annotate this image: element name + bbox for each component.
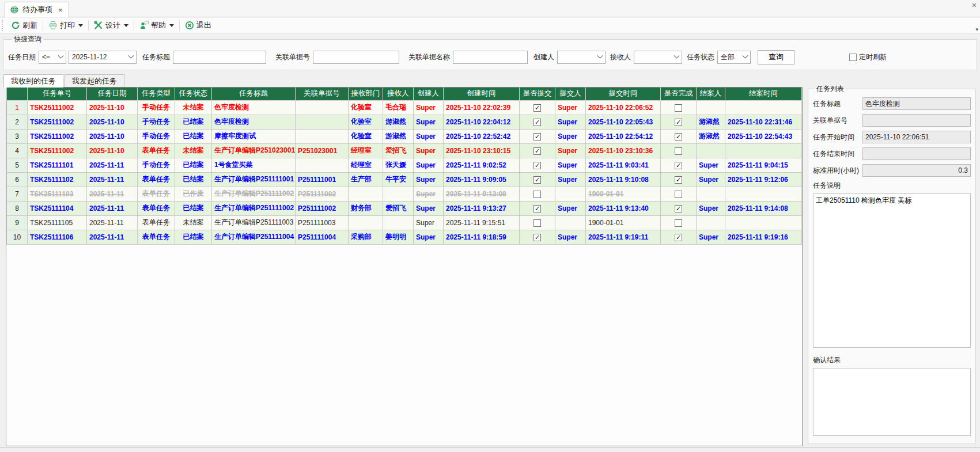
table-row[interactable]: 4TSK251110022025-11-10表单任务未结案生产订单编辑P2510…: [7, 143, 802, 158]
date-operator-select[interactable]: <=: [39, 51, 66, 64]
task-date-select[interactable]: 2025-11-12: [69, 51, 137, 64]
tab-received-tasks[interactable]: 我收到的任务: [3, 74, 63, 88]
auto-refresh-control[interactable]: 定时刷新: [849, 52, 887, 62]
cell: 已结案: [175, 172, 212, 187]
description-textarea[interactable]: 工单25051110 检测色牢度 美标: [813, 193, 971, 348]
cell: TSK25111102: [28, 172, 87, 187]
field-input[interactable]: [862, 114, 971, 127]
table-row[interactable]: 10TSK251111062025-11-11表单任务已结案生产订单编辑P251…: [7, 230, 802, 244]
checkbox-checked[interactable]: ✓: [675, 162, 682, 169]
checkbox-checked[interactable]: ✓: [675, 234, 682, 241]
checkbox-checked[interactable]: ✓: [533, 147, 541, 155]
table-row[interactable]: 7TSK251111032025-11-11表单任务已作废生产订单编辑P2511…: [7, 187, 802, 201]
checkbox-unchecked[interactable]: [675, 104, 682, 112]
field-input[interactable]: [862, 164, 971, 177]
column-header[interactable]: 任务类型: [138, 88, 175, 100]
checkbox-checked[interactable]: ✓: [533, 234, 541, 241]
cell: Super: [555, 143, 586, 158]
checkbox-checked[interactable]: ✓: [675, 133, 682, 140]
table-row[interactable]: 8TSK251111042025-11-11表单任务已结案生产订单编辑P2511…: [7, 201, 802, 215]
dropdown-arrow-icon[interactable]: [169, 24, 174, 27]
cell: [520, 187, 555, 201]
dropdown-arrow-icon[interactable]: [124, 24, 128, 27]
receiver-select[interactable]: [634, 51, 682, 64]
table-row[interactable]: 5TSK251111012025-11-11手动任务已结案1号食堂买菜经理室张天…: [7, 158, 802, 172]
column-header[interactable]: 接收人: [383, 88, 414, 100]
tab-close-icon[interactable]: ×: [58, 6, 63, 14]
doc-name-input[interactable]: [453, 51, 528, 64]
column-header[interactable]: 提交人: [555, 88, 586, 100]
window-close-icon[interactable]: ×: [972, 1, 977, 10]
print-button[interactable]: 打印: [44, 19, 87, 32]
cell: 手动任务: [138, 100, 175, 115]
auto-refresh-checkbox[interactable]: [849, 54, 857, 61]
table-row[interactable]: 6TSK251111022025-11-11表单任务已结案生产订单编辑P2511…: [7, 172, 802, 187]
cell: 化验室: [349, 115, 383, 129]
checkbox-unchecked[interactable]: [533, 219, 541, 227]
checkbox-checked[interactable]: ✓: [533, 205, 541, 212]
design-button[interactable]: 设计: [90, 19, 133, 32]
column-header[interactable]: 任务日期: [87, 88, 138, 100]
doc-no-input[interactable]: [313, 51, 399, 64]
exit-button[interactable]: 退出: [181, 19, 215, 32]
column-header[interactable]: 结案人: [697, 88, 725, 100]
help-button[interactable]: 帮助: [135, 19, 178, 32]
refresh-button[interactable]: 刷新: [7, 19, 41, 32]
cell: ✓: [661, 129, 697, 143]
cell: TSK25111002: [28, 115, 87, 129]
column-header[interactable]: 是否完成: [661, 88, 697, 100]
column-header[interactable]: 任务单号: [28, 88, 87, 100]
field-input[interactable]: [862, 97, 971, 110]
field-input[interactable]: [862, 147, 971, 160]
creator-select[interactable]: [557, 51, 606, 64]
checkbox-checked[interactable]: ✓: [675, 205, 682, 212]
cell: TSK25111106: [28, 230, 87, 244]
field-input[interactable]: [862, 131, 971, 143]
checkbox-checked[interactable]: ✓: [533, 104, 541, 112]
column-header[interactable]: 创建时间: [444, 88, 520, 100]
column-header[interactable]: 任务标题: [212, 88, 296, 100]
row-number: 5: [7, 158, 28, 172]
field-label: 关联单据号: [813, 116, 862, 126]
task-title-input[interactable]: [173, 51, 266, 64]
checkbox-unchecked[interactable]: [533, 191, 541, 198]
table-row[interactable]: 1TSK251110022025-11-10手动任务未结案色牢度检测化验室毛合瑞…: [7, 100, 802, 115]
column-header[interactable]: 创建人: [414, 88, 444, 100]
cell: 2025-11-11 9:12:06: [725, 172, 802, 187]
cell: Super: [555, 201, 586, 215]
tools-icon: [94, 21, 103, 30]
table-row[interactable]: 9TSK251111052025-11-11表单任务未结案生产订单编辑P2511…: [7, 215, 802, 230]
column-header[interactable]: 关联单据号: [296, 88, 349, 100]
checkbox-checked[interactable]: ✓: [675, 119, 682, 126]
cell: ✓: [520, 115, 555, 129]
query-button[interactable]: 查询: [758, 50, 794, 64]
cell: ✓: [661, 158, 697, 172]
checkbox-unchecked[interactable]: [675, 191, 682, 198]
checkbox-checked[interactable]: ✓: [533, 133, 541, 140]
column-header[interactable]: 接收部门: [349, 88, 383, 100]
column-header[interactable]: 提交时间: [586, 88, 661, 100]
cell: 毛合瑞: [383, 100, 414, 115]
confirm-result-textarea[interactable]: [813, 368, 971, 436]
cell: [661, 100, 697, 115]
doc-tab-todo[interactable]: 待办事项 ×: [5, 2, 69, 17]
checkbox-checked[interactable]: ✓: [675, 176, 682, 184]
checkbox-checked[interactable]: ✓: [533, 176, 541, 184]
checkbox-unchecked[interactable]: [675, 219, 682, 227]
cell: [520, 215, 555, 230]
cell: 爱招飞: [383, 143, 414, 158]
toolbar-overflow-icon[interactable]: ▾: [975, 26, 978, 32]
column-header[interactable]: 结案时间: [725, 88, 802, 100]
table-row[interactable]: 3TSK251110022025-11-10手动任务已结案摩擦牢度测试化验室游淑…: [7, 129, 802, 143]
column-header[interactable]: 任务状态: [175, 88, 212, 100]
checkbox-checked[interactable]: ✓: [533, 119, 541, 126]
table-row[interactable]: 2TSK251110022025-11-10手动任务已结案色牢度检测化验室游淑然…: [7, 115, 802, 129]
tab-initiated-tasks[interactable]: 我发起的任务: [65, 74, 124, 88]
row-number: 6: [7, 172, 28, 187]
task-status-select[interactable]: 全部: [717, 51, 751, 64]
column-header[interactable]: 是否提交: [520, 88, 555, 100]
checkbox-unchecked[interactable]: [675, 147, 682, 155]
toolbar-grip[interactable]: [2, 20, 5, 31]
checkbox-checked[interactable]: ✓: [533, 162, 541, 169]
dropdown-arrow-icon[interactable]: [78, 24, 83, 27]
